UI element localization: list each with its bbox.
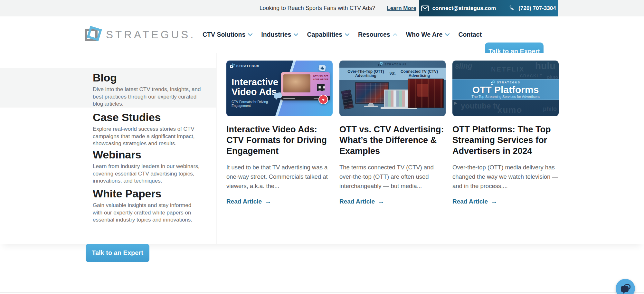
- vs-label: VS.: [389, 71, 396, 76]
- read-article-label: Read Article: [339, 198, 375, 205]
- nav-item-who-we-are[interactable]: Who We Are: [406, 31, 450, 38]
- read-article-link[interactable]: Read Article →: [339, 198, 446, 205]
- watermark-xumo: xumo: [497, 105, 522, 115]
- menu-divider: [216, 53, 217, 244]
- thumbnail-brand-text: STRATEGUS: [497, 81, 520, 84]
- chevron-up-icon: [393, 33, 397, 36]
- nav-item-industries[interactable]: Industries: [261, 31, 298, 38]
- article-card: STRATEGUS Interactive Video Ads CTV Form…: [226, 61, 333, 205]
- menu-item-title: Blog: [93, 71, 202, 84]
- play-icon: ▶: [454, 100, 457, 105]
- ctv-heading: Connected TV (CTV) Advertising: [400, 70, 439, 78]
- main-nav: CTV Solutions Industries Capabilities Re…: [203, 16, 482, 53]
- watermark-philo: philo: [543, 106, 557, 112]
- ott-heading: Over-The-Top (OTT) Advertising: [346, 70, 385, 78]
- logo-wordmark: STRATEGUS.: [106, 29, 195, 41]
- nav-label: Who We Are: [406, 31, 443, 38]
- thumbs-up-sticker-icon: [318, 65, 326, 71]
- qr-code: [317, 84, 325, 91]
- article-excerpt: The terms connected TV (CTV) and over-th…: [339, 163, 446, 191]
- menu-item-description: Explore real-world success stories of CT…: [93, 126, 202, 147]
- phone-link[interactable]: (720) 707-3304: [509, 5, 556, 12]
- menu-item-description: Dive into the latest CTV trends, insight…: [93, 86, 202, 108]
- site-header: STRATEGUS. CTV Solutions Industries Capa…: [0, 16, 644, 53]
- nav-item-capabilities[interactable]: Capabilities: [307, 31, 349, 38]
- thumbnail-brand-text: STRATEGUS: [236, 64, 260, 68]
- chevron-down-icon: [445, 33, 450, 36]
- email-icon: [421, 5, 429, 11]
- nav-label: Contact: [458, 31, 482, 38]
- menu-item-case-studies[interactable]: Case Studies Explore real-world success …: [0, 108, 216, 145]
- thumbnail-brand: STRATEGUS: [491, 81, 520, 85]
- thumbnail-title-band: STRATEGUS OTT Platforms The Top Streamin…: [452, 79, 559, 100]
- thumbnail-subheading: The Top Streaming Services for Advertise…: [471, 95, 539, 99]
- menu-item-blog[interactable]: Blog Dive into the latest CTV trends, in…: [0, 68, 216, 108]
- strategus-logo-icon: [85, 27, 101, 43]
- thumbnail-subheading: CTV Formats for Driving Engagement: [232, 100, 286, 108]
- article-thumbnail-interactive-video-ads[interactable]: STRATEGUS Interactive Video Ads CTV Form…: [226, 61, 333, 116]
- chat-bubble-icon: [621, 284, 630, 293]
- chevron-down-icon: [248, 33, 252, 36]
- menu-item-title: White Papers: [93, 187, 202, 200]
- nav-item-ctv-solutions[interactable]: CTV Solutions: [203, 31, 252, 38]
- thumbnail-heading: OTT Platforms: [472, 85, 539, 95]
- thumbnail-title-band: Over-The-Top (OTT) Advertising VS. Conne…: [339, 68, 446, 80]
- heart-icon: ♥: [318, 95, 328, 104]
- article-card: STRATEGUS Over-The-Top (OTT) Advertising…: [339, 61, 446, 205]
- chevron-down-icon: [345, 33, 349, 36]
- arrow-right-icon: →: [491, 198, 497, 205]
- offer-text: GET 20% OFF YOUR ORDER: [313, 75, 329, 81]
- top-bar: Looking to Reach Sports Fans with CTV Ad…: [0, 0, 644, 16]
- email-link[interactable]: connect@strategus.com: [421, 5, 496, 12]
- email-text: connect@strategus.com: [432, 5, 496, 12]
- article-title[interactable]: OTT Platforms: The Top Streaming Service…: [452, 124, 559, 156]
- article-excerpt: It used to be that TV advertising was a …: [226, 163, 333, 191]
- article-thumbnail-ott-platforms[interactable]: sling NETFLIX hulu CRACKLE pluto youtube…: [452, 61, 559, 116]
- nav-label: Capabilities: [307, 31, 342, 38]
- promo-text: Looking to Reach Sports Fans with CTV Ad…: [260, 5, 375, 12]
- phone-text: (720) 707-3304: [518, 5, 556, 12]
- menu-item-white-papers[interactable]: White Papers Gain valuable insights and …: [0, 184, 216, 226]
- thumbnail-brand: STRATEGUS: [339, 62, 446, 66]
- menu-item-webinars[interactable]: Webinars Learn from industry leaders in …: [0, 145, 216, 183]
- section-divider-line: [0, 292, 644, 293]
- arrow-right-icon: →: [265, 198, 271, 205]
- article-thumbnail-ott-vs-ctv[interactable]: STRATEGUS Over-The-Top (OTT) Advertising…: [339, 61, 446, 116]
- learn-more-link[interactable]: Learn More: [387, 5, 416, 12]
- watermark-hulu: hulu: [535, 61, 555, 71]
- article-title[interactable]: Interactive Video Ads: CTV Formats for D…: [226, 124, 333, 156]
- talk-to-expert-menu-button[interactable]: Talk to an Expert: [86, 244, 149, 262]
- menu-item-title: Webinars: [93, 148, 202, 161]
- contact-block: connect@strategus.com (720) 707-3304: [419, 0, 558, 16]
- read-article-link[interactable]: Read Article →: [452, 198, 559, 205]
- menu-item-description: Gain valuable insights and stay informed…: [93, 202, 202, 224]
- nav-item-contact[interactable]: Contact: [458, 31, 482, 38]
- watermark-netflix: NETFLIX: [491, 66, 525, 73]
- strategus-mini-logo-icon: [230, 64, 234, 68]
- thumbnail-brand: STRATEGUS: [230, 64, 260, 68]
- promo-banner: Looking to Reach Sports Fans with CTV Ad…: [260, 0, 416, 16]
- watermark-sling: sling: [455, 62, 472, 71]
- article-card: sling NETFLIX hulu CRACKLE pluto youtube…: [452, 61, 559, 205]
- tv-screen-mockup: [408, 79, 444, 108]
- video-still-image: [283, 74, 310, 92]
- read-article-link[interactable]: Read Article →: [226, 198, 333, 205]
- nav-label: Industries: [261, 31, 291, 38]
- arrow-right-icon: →: [378, 198, 384, 205]
- menu-item-title: Case Studies: [93, 111, 202, 123]
- read-article-label: Read Article: [226, 198, 262, 205]
- strategus-logo[interactable]: STRATEGUS.: [85, 16, 195, 53]
- watermark-crackle: CRACKLE: [520, 73, 543, 78]
- nav-label: Resources: [358, 31, 390, 38]
- watermark-youtube-tv: youtube tv: [461, 101, 500, 110]
- read-article-label: Read Article: [452, 198, 488, 205]
- nav-label: CTV Solutions: [203, 31, 245, 38]
- chat-widget-button[interactable]: [616, 279, 635, 294]
- resources-dropdown-panel: Blog Dive into the latest CTV trends, in…: [0, 53, 644, 244]
- thumbnail-brand-text: STRATEGUS: [384, 63, 407, 66]
- article-excerpt: Over-the-top (OTT) media delivery has ch…: [452, 163, 559, 191]
- strategus-mini-logo-icon: [378, 62, 383, 66]
- article-title[interactable]: OTT vs. CTV Advertising: What’s the Diff…: [339, 124, 446, 156]
- menu-item-description: Learn from industry leaders in our webin…: [93, 163, 202, 185]
- nav-item-resources[interactable]: Resources: [358, 31, 397, 38]
